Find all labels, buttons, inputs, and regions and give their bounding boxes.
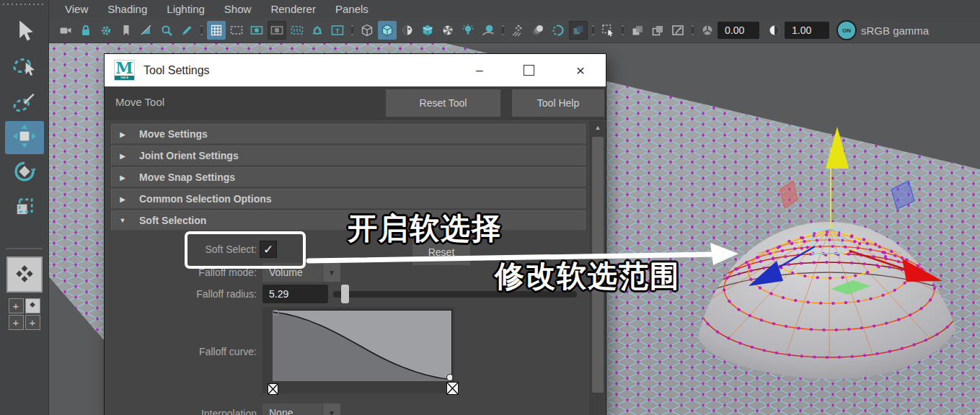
color-management-on-toggle[interactable]: ON	[836, 20, 857, 40]
reset-tool-button[interactable]: Reset Tool	[386, 89, 500, 117]
toolbar-separator	[622, 22, 624, 38]
pan-zoom-icon[interactable]	[157, 21, 176, 40]
exposure-field[interactable]: 0.00	[718, 22, 759, 39]
menu-view[interactable]: View	[65, 3, 88, 15]
xray-joints-icon[interactable]	[648, 21, 667, 40]
falloff-curve-editor[interactable]	[262, 307, 454, 393]
collapsed-arrow-icon: ▶	[112, 130, 133, 138]
diamond-icon	[27, 300, 37, 312]
section-label: Joint Orient Settings	[139, 150, 239, 161]
falloff-radius-slider[interactable]	[333, 291, 577, 298]
close-button[interactable]: ×	[566, 54, 595, 86]
camera-lock-icon[interactable]	[76, 21, 95, 40]
anti-alias-icon[interactable]	[549, 21, 568, 40]
selected-vertex-box	[812, 229, 841, 254]
interpolation-dropdown[interactable]: None	[262, 403, 322, 415]
maximize-button[interactable]	[514, 54, 543, 86]
image-plane-icon[interactable]	[137, 21, 156, 40]
falloff-radius-field[interactable]: 5.29	[262, 285, 328, 303]
falloff-radius-label: Falloff radius:	[149, 288, 257, 300]
lasso-icon	[12, 53, 37, 81]
bookmark-icon[interactable]	[117, 21, 136, 40]
single-pane-layout-button[interactable]	[6, 256, 43, 293]
tool-help-button[interactable]: Tool Help	[512, 89, 604, 117]
gate-mask-icon[interactable]	[268, 21, 286, 40]
falloff-mode-dropdown-arrow[interactable]: ▼	[323, 263, 340, 282]
rotate-tool-button[interactable]	[5, 156, 44, 189]
section-soft-selection[interactable]: ▼ Soft Selection	[111, 210, 586, 231]
wireframe-icon[interactable]	[358, 21, 376, 40]
camera-settings-icon[interactable]	[97, 21, 115, 40]
viewport-toolbar: T 0.00 1.00 ON sRGB gamma	[48, 18, 980, 43]
collapsed-arrow-icon: ▶	[112, 195, 133, 203]
film-gate-icon[interactable]	[227, 21, 246, 40]
interpolation-dropdown-arrow[interactable]: ▼	[323, 403, 340, 415]
section-label: Common Selection Options	[139, 193, 272, 205]
menu-show[interactable]: Show	[224, 3, 252, 15]
section-move-settings[interactable]: ▶ Move Settings	[111, 124, 586, 144]
scrollbar-up-arrow[interactable]: ▲	[591, 121, 605, 134]
curve-end-handle[interactable]	[447, 375, 453, 381]
occlusion-icon[interactable]	[508, 21, 527, 40]
quick-layout-button-4[interactable]: +	[25, 315, 40, 330]
camera-icon[interactable]	[56, 21, 75, 40]
contrast-icon[interactable]	[765, 21, 784, 40]
section-common-selection-options[interactable]: ▶ Common Selection Options	[111, 189, 586, 209]
field-chart-icon[interactable]	[288, 21, 306, 40]
quick-layout-button-2[interactable]	[25, 298, 40, 313]
toolbox-drag-handle[interactable]	[3, 2, 45, 9]
section-move-snap-settings[interactable]: ▶ Move Snap Settings	[111, 167, 586, 187]
scale-tool-button[interactable]	[5, 192, 44, 225]
section-label: Move Settings	[139, 128, 208, 140]
window-titlebar[interactable]: M MAYA Tool Settings – ×	[105, 54, 606, 86]
menu-shading[interactable]: Shading	[107, 3, 147, 15]
gamma-field[interactable]: 1.00	[785, 22, 829, 39]
quick-layout-button-1[interactable]: +	[9, 298, 24, 313]
section-joint-orient-settings[interactable]: ▶ Joint Orient Settings	[111, 146, 586, 166]
safe-action-icon[interactable]	[308, 21, 327, 40]
grease-pencil-icon[interactable]	[177, 21, 196, 40]
maya-logo-letter: M	[115, 58, 134, 77]
select-context-icon[interactable]	[599, 21, 617, 40]
quick-layout-button-3[interactable]: +	[9, 315, 24, 330]
paint-select-tool-button[interactable]	[5, 86, 44, 119]
default-material-icon[interactable]	[438, 21, 457, 40]
toolbox: + + +	[0, 0, 49, 415]
resolution-gate-icon[interactable]	[247, 21, 266, 40]
window-scrollbar[interactable]: ▲	[590, 121, 605, 415]
curve-reset-button[interactable]: Reset	[412, 239, 470, 265]
falloff-mode-dropdown[interactable]: Volume	[262, 263, 322, 282]
section-label: Soft Selection	[139, 215, 206, 226]
menu-lighting[interactable]: Lighting	[167, 3, 205, 15]
minimize-button[interactable]: –	[465, 54, 494, 86]
exposure-icon[interactable]	[698, 21, 717, 40]
smooth-shade-icon[interactable]	[378, 21, 397, 40]
curve-key-marker-right[interactable]	[446, 382, 459, 395]
falloff-radius-slider-handle[interactable]	[341, 285, 349, 303]
snapshot-icon[interactable]	[668, 21, 687, 40]
textured-shaded-icon[interactable]	[418, 21, 437, 40]
menu-renderer[interactable]: Renderer	[270, 3, 316, 15]
soft-select-label: Soft Select:	[149, 244, 257, 255]
tool-settings-window: M MAYA Tool Settings – × Move Tool Reset…	[105, 54, 606, 415]
xray-icon[interactable]	[628, 21, 647, 40]
grid-icon[interactable]	[207, 21, 226, 40]
lasso-select-tool-button[interactable]	[5, 50, 44, 84]
move-tool-button[interactable]	[5, 121, 44, 154]
textured-icon[interactable]	[398, 21, 417, 40]
shadows-icon[interactable]	[479, 21, 498, 40]
lights-icon[interactable]	[459, 21, 477, 40]
soft-select-checkbox[interactable]: ✓	[260, 241, 277, 258]
scale-icon	[12, 195, 37, 222]
maya-logo: M MAYA	[114, 60, 135, 81]
scrollbar-thumb[interactable]	[592, 137, 604, 393]
falloff-curve-graph[interactable]	[273, 310, 452, 381]
menu-panels[interactable]: Panels	[335, 3, 368, 15]
falloff-mode-label: Falloff mode:	[149, 267, 257, 278]
curve-key-marker-left[interactable]	[268, 383, 278, 395]
maximize-icon	[524, 65, 534, 76]
select-tool-button[interactable]	[5, 15, 44, 48]
safe-title-icon[interactable]: T	[328, 21, 347, 40]
isolate-select-icon[interactable]	[569, 21, 588, 40]
motion-blur-icon[interactable]	[529, 21, 547, 40]
